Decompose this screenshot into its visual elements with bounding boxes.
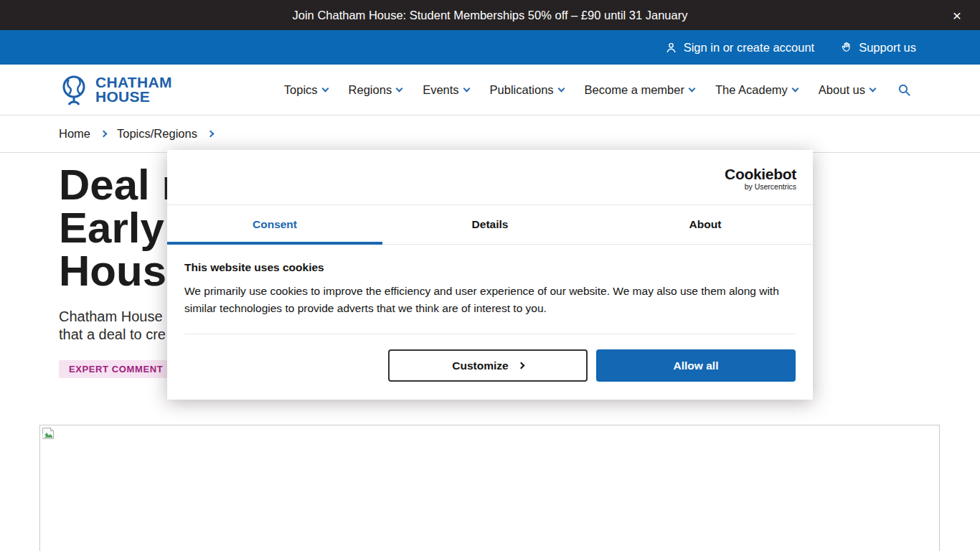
cookiebot-logo-byline: by Usercentrics bbox=[725, 182, 796, 191]
close-icon[interactable]: × bbox=[953, 8, 961, 23]
chevron-right-icon bbox=[207, 131, 214, 138]
tab-consent[interactable]: Consent bbox=[167, 205, 382, 244]
sign-in-link[interactable]: Sign in or create account bbox=[664, 41, 815, 55]
breadcrumb-home[interactable]: Home bbox=[59, 127, 90, 141]
nav-item-events[interactable]: Events bbox=[423, 83, 468, 97]
nav-item-publications[interactable]: Publications bbox=[490, 83, 564, 97]
nav-label: The Academy bbox=[715, 83, 788, 97]
broken-image-icon bbox=[42, 427, 55, 440]
logo-line-1: CHATHAM bbox=[95, 75, 172, 90]
cookiebot-logo[interactable]: Cookiebot by Usercentrics bbox=[725, 167, 796, 191]
breadcrumb: Home Topics/Regions bbox=[0, 116, 980, 153]
customize-button-label: Customize bbox=[452, 359, 508, 372]
promo-banner-text: Join Chatham House: Student Memberships … bbox=[293, 9, 688, 22]
cookie-dialog-header: Cookiebot by Usercentrics bbox=[167, 150, 813, 204]
nav-item-topics[interactable]: Topics bbox=[284, 83, 328, 97]
breadcrumb-topics-regions[interactable]: Topics/Regions bbox=[117, 127, 197, 141]
cookie-dialog-content: This website uses cookies We primarily u… bbox=[167, 245, 813, 334]
utility-bar: Sign in or create account Support us bbox=[0, 30, 980, 65]
tab-details[interactable]: Details bbox=[382, 205, 598, 244]
cookie-dialog-buttons: Customize Allow all bbox=[167, 334, 813, 382]
chevron-down-icon bbox=[870, 85, 877, 92]
site-header: CHATHAM HOUSE Topics Regions Events Publ… bbox=[0, 65, 980, 116]
chevron-down-icon bbox=[791, 85, 798, 92]
support-us-link[interactable]: Support us bbox=[840, 41, 916, 55]
search-icon[interactable] bbox=[897, 83, 911, 97]
cookie-dialog-body: We primarily use cookies to improve the … bbox=[184, 283, 796, 317]
chevron-right-icon bbox=[100, 131, 108, 138]
chatham-house-logo[interactable]: CHATHAM HOUSE bbox=[59, 74, 172, 105]
customize-button[interactable]: Customize bbox=[388, 349, 588, 382]
cookiebot-logo-name: Cookiebot bbox=[725, 167, 796, 182]
nav-item-about-us[interactable]: About us bbox=[819, 83, 875, 97]
chevron-down-icon bbox=[396, 85, 403, 92]
logo-text: CHATHAM HOUSE bbox=[95, 75, 172, 104]
allow-all-button[interactable]: Allow all bbox=[596, 349, 796, 382]
nav-label: Events bbox=[423, 83, 458, 97]
nav-item-regions[interactable]: Regions bbox=[349, 83, 402, 97]
cookie-consent-dialog: Cookiebot by Usercentrics Consent Detail… bbox=[167, 150, 813, 400]
nav-label: Become a member bbox=[585, 83, 684, 97]
globe-icon bbox=[59, 74, 89, 105]
hand-icon bbox=[840, 41, 853, 54]
chevron-right-icon bbox=[517, 362, 524, 369]
allow-all-button-label: Allow all bbox=[674, 359, 719, 372]
nav-item-become-a-member[interactable]: Become a member bbox=[585, 83, 694, 97]
nav-label: Regions bbox=[349, 83, 392, 97]
sign-in-label: Sign in or create account bbox=[684, 41, 815, 55]
cookie-dialog-tabs: Consent Details About bbox=[167, 204, 813, 245]
cookie-dialog-heading: This website uses cookies bbox=[184, 261, 796, 274]
person-icon bbox=[664, 41, 678, 55]
tab-about[interactable]: About bbox=[598, 205, 813, 244]
article-hero-image bbox=[39, 425, 940, 551]
chevron-down-icon bbox=[321, 85, 329, 92]
nav-item-the-academy[interactable]: The Academy bbox=[715, 83, 798, 97]
nav-label: Topics bbox=[284, 83, 318, 97]
chevron-down-icon bbox=[689, 85, 696, 92]
chevron-down-icon bbox=[557, 85, 565, 92]
logo-line-2: HOUSE bbox=[95, 90, 172, 104]
chevron-down-icon bbox=[463, 85, 470, 92]
main-nav: Topics Regions Events Publications Becom… bbox=[284, 83, 911, 97]
expert-comment-badge[interactable]: EXPERT COMMENT bbox=[59, 360, 173, 378]
promo-banner: Join Chatham House: Student Memberships … bbox=[0, 0, 980, 30]
support-us-label: Support us bbox=[859, 41, 916, 55]
nav-label: About us bbox=[819, 83, 865, 97]
nav-label: Publications bbox=[490, 83, 554, 97]
